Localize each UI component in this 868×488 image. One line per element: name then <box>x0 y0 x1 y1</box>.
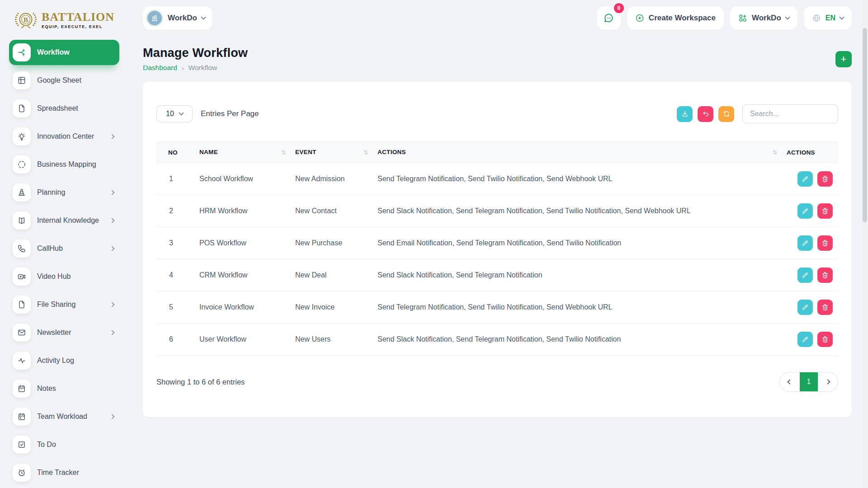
cell-actions: Send Telegram Notification, Send Twilio … <box>373 291 782 324</box>
trash-icon <box>821 239 829 247</box>
apps-menu-button[interactable]: WorkDo <box>730 6 797 30</box>
chevron-down-icon <box>201 14 206 19</box>
create-workspace-button[interactable]: Create Workspace <box>627 6 724 30</box>
breadcrumb: Dashboard › Workflow <box>143 64 248 72</box>
laurel-b-emblem-icon: B <box>14 8 38 32</box>
sidebar-item-to-do[interactable]: To Do <box>9 432 119 457</box>
table-row: 5 Invoice Workflow New Invoice Send Tele… <box>156 291 838 324</box>
pagination-prev-button[interactable] <box>780 372 800 391</box>
delete-button[interactable] <box>817 332 833 347</box>
sort-icon[interactable]: ⇅ <box>773 149 778 156</box>
sidebar-item-label: Innovation Center <box>37 132 94 141</box>
sidebar: B BATTALION EQUIP, EXECUTE, EXEL Workflo… <box>0 0 128 488</box>
chevron-down-icon <box>839 14 844 19</box>
sidebar-item-google-sheet[interactable]: Google Sheet <box>9 68 119 93</box>
workflow-card: 10 Entries Per Page NO <box>143 82 852 417</box>
sidebar-item-team-workload[interactable]: Team Workload <box>9 404 119 429</box>
chevron-right-icon <box>109 330 114 335</box>
column-header-name[interactable]: NAME⇅ <box>195 142 291 163</box>
edit-button[interactable] <box>797 332 813 347</box>
breadcrumb-dashboard-link[interactable]: Dashboard <box>143 64 177 72</box>
sidebar-item-file-sharing[interactable]: File Sharing <box>9 292 119 317</box>
edit-button[interactable] <box>797 300 813 315</box>
scrollbar-track[interactable] <box>862 0 868 488</box>
plus-circle-icon <box>635 14 644 23</box>
cell-no: 6 <box>156 324 195 356</box>
table-row: 1 School Workflow New Admission Send Tel… <box>156 163 838 195</box>
sidebar-item-workflow[interactable]: Workflow <box>9 40 119 65</box>
sidebar-item-spreadsheet[interactable]: Spreadsheet <box>9 96 119 121</box>
table-row: 3 POS Workflow New Purchase Send Email N… <box>156 227 838 259</box>
building-icon <box>150 14 159 23</box>
export-button[interactable] <box>677 106 693 122</box>
delete-button[interactable] <box>817 300 833 315</box>
search-input[interactable] <box>742 104 838 123</box>
cell-event: New Admission <box>291 163 373 195</box>
dashed-circle-icon <box>13 155 31 174</box>
pagination-next-button[interactable] <box>818 372 838 391</box>
cell-name: CRM Workflow <box>195 259 291 291</box>
chevron-right-icon <box>109 134 114 139</box>
cell-actions: Send Slack Notification, Send Telegram N… <box>373 324 782 356</box>
edit-button[interactable] <box>797 235 813 251</box>
delete-button[interactable] <box>817 267 833 283</box>
sidebar-item-label: Notes <box>37 385 56 393</box>
reset-button[interactable] <box>698 106 713 122</box>
chevron-left-icon <box>787 379 792 384</box>
chevron-right-icon <box>109 246 114 251</box>
notification-badge: 0 <box>614 3 624 13</box>
sidebar-item-label: Video Hub <box>37 272 71 281</box>
cell-name: POS Workflow <box>195 227 291 259</box>
edit-button[interactable] <box>797 203 813 219</box>
sidebar-item-label: Team Workload <box>37 413 87 421</box>
sidebar-item-planning[interactable]: Planning <box>9 180 119 205</box>
alarm-clock-icon <box>13 464 31 482</box>
sidebar-item-newsletter[interactable]: Newsletter <box>9 320 119 345</box>
refresh-button[interactable] <box>718 106 734 122</box>
book-icon <box>13 211 31 230</box>
sidebar-item-activity-log[interactable]: Activity Log <box>9 348 119 373</box>
column-header-event[interactable]: EVENT⇅ <box>291 142 373 163</box>
add-workflow-button[interactable]: + <box>835 51 852 67</box>
sort-icon[interactable]: ⇅ <box>363 149 368 156</box>
entries-per-page-select[interactable]: 10 <box>156 105 193 122</box>
topbar: WorkDo 0 Create Workspace WorkDo EN <box>143 5 852 31</box>
scrollbar-thumb[interactable] <box>863 28 867 222</box>
globe-icon <box>812 14 821 23</box>
sidebar-item-business-mapping[interactable]: Business Mapping <box>9 152 119 177</box>
edit-button[interactable] <box>797 171 813 187</box>
sidebar-item-time-tracker[interactable]: Time Tracker <box>9 460 119 485</box>
delete-button[interactable] <box>817 171 833 187</box>
refresh-icon <box>723 110 730 117</box>
cell-name: Invoice Workflow <box>195 291 291 324</box>
sidebar-item-label: Activity Log <box>37 357 74 365</box>
file-icon <box>13 296 31 314</box>
sidebar-item-notes[interactable]: Notes <box>9 376 119 401</box>
sidebar-item-callhub[interactable]: CallHub <box>9 236 119 261</box>
language-selector[interactable]: EN <box>804 6 852 30</box>
edit-button[interactable] <box>797 267 813 283</box>
sort-icon[interactable]: ⇅ <box>281 149 286 156</box>
calendar-icon <box>13 408 31 426</box>
column-header-row-actions: ACTIONS <box>782 142 838 163</box>
delete-button[interactable] <box>817 203 833 219</box>
sidebar-item-label: CallHub <box>37 244 63 253</box>
sidebar-item-internal-knowledge[interactable]: Internal Knowledge <box>9 208 119 233</box>
breadcrumb-separator: › <box>182 64 184 72</box>
pencil-icon <box>802 239 809 247</box>
sidebar-item-innovation-center[interactable]: Innovation Center <box>9 124 119 149</box>
delete-button[interactable] <box>817 235 833 251</box>
chevron-down-icon <box>785 14 790 19</box>
brand-name: BATTALION <box>42 11 114 23</box>
cell-event: New Deal <box>291 259 373 291</box>
messages-button[interactable]: 0 <box>597 6 621 30</box>
workspace-switcher[interactable]: WorkDo <box>143 6 212 30</box>
pagination-page-1[interactable]: 1 <box>800 372 818 391</box>
sidebar-item-video-hub[interactable]: Video Hub <box>9 264 119 289</box>
table-row: 6 User Workflow New Users Send Slack Not… <box>156 324 838 356</box>
column-header-actions[interactable]: ACTIONS⇅ <box>373 142 782 163</box>
cell-event: New Users <box>291 324 373 356</box>
chevron-down-icon <box>179 110 184 115</box>
chevron-right-icon <box>109 414 114 419</box>
cell-actions: Send Slack Notification, Send Telegram N… <box>373 195 782 227</box>
